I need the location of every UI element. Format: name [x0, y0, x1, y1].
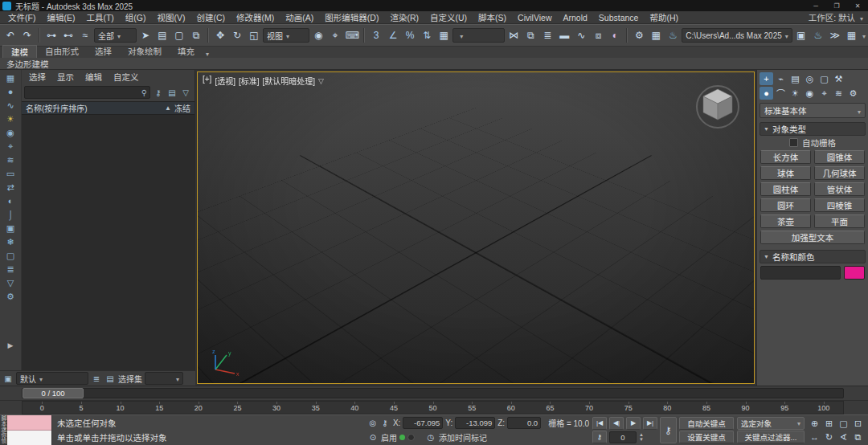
align-icon[interactable]: ⧉ [522, 27, 538, 43]
ribbon-panel-polygon-modeling[interactable]: 多边形建模 [6, 58, 49, 70]
select-rotate-icon[interactable]: ↻ [229, 27, 245, 43]
select-object-icon[interactable]: ➤ [137, 27, 154, 43]
ribbon-tab[interactable]: 填充 [170, 45, 203, 58]
pan-icon[interactable]: ↔ [808, 431, 821, 443]
viewport-menu[interactable]: [透视] [215, 75, 235, 87]
named-sets-icon[interactable]: ▦ [436, 27, 452, 43]
primitive-button[interactable]: 茶壶 [760, 214, 811, 228]
mirror-icon[interactable]: ⋈ [506, 27, 522, 43]
viewcube[interactable] [691, 77, 744, 130]
explorer-search-input[interactable]: ⚲ [24, 86, 150, 99]
window-crossing-icon[interactable]: ⧉ [188, 27, 204, 43]
expand-panel-icon[interactable]: ▶ [8, 341, 14, 349]
redo-icon[interactable]: ↷ [19, 27, 35, 43]
zoom-extents-icon[interactable]: ▢ [837, 417, 850, 430]
viewport-layout-icon[interactable]: ▦ [845, 27, 858, 43]
display-tab[interactable]: ▢ [817, 72, 831, 85]
ribbon-options-caret-icon[interactable] [203, 48, 209, 58]
previous-frame-icon[interactable]: ◀| [609, 417, 624, 430]
explorer-column-header[interactable]: 名称(按升序排序) ▲ 冻结 [22, 101, 194, 115]
explorer-menu-item[interactable]: 编辑 [80, 71, 108, 83]
ribbon-tab[interactable]: 建模 [2, 45, 37, 58]
utilities-tab[interactable]: ⚒ [832, 72, 845, 85]
create-tab[interactable]: + [760, 72, 773, 85]
explorer-preset-combo[interactable]: 默认 [16, 372, 88, 385]
primitive-button[interactable]: 管状体 [814, 182, 865, 196]
primitive-button[interactable]: 四棱锥 [814, 198, 865, 212]
primitive-button[interactable]: 圆环 [760, 198, 811, 212]
unlink-selection-icon[interactable]: ⊷ [60, 27, 76, 43]
toolbar-overflow-icon[interactable]: ≫ [827, 27, 843, 43]
display-materials-icon[interactable]: ◐ [2, 194, 18, 207]
rectangular-region-icon[interactable]: ▢ [171, 27, 187, 43]
display-shapes-icon[interactable]: ∿ [2, 99, 18, 112]
menu-item[interactable]: 渲染(R) [384, 13, 424, 22]
menu-item[interactable]: 图形编辑器(D) [319, 13, 384, 22]
set-keys-button[interactable]: ⚷ [660, 417, 677, 443]
select-scale-icon[interactable]: ◱ [246, 27, 262, 43]
maxscript-mini-listener[interactable]: 脚本迷你侦听器 [0, 415, 52, 445]
viewport-filter-icon[interactable]: ▽ [318, 77, 324, 85]
display-groups-icon[interactable]: ▭ [2, 167, 18, 180]
key-selection-combo[interactable]: 选定对象 [737, 417, 805, 430]
edit-named-sets-icon[interactable]: ▣ [2, 373, 14, 384]
enable-label[interactable]: 启用 [381, 431, 397, 443]
key-filters-button[interactable]: 关键点过滤器... [737, 431, 805, 443]
advanced-filter-icon[interactable]: ▽ [179, 86, 192, 99]
isolate-selection-icon[interactable]: ◎ [367, 418, 379, 429]
layer-manager-icon[interactable]: ≣ [539, 27, 555, 43]
display-helpers-icon[interactable]: ⌖ [2, 140, 18, 153]
asset-tracking-icon[interactable]: ▣ [793, 27, 809, 43]
select-link-icon[interactable]: ⊶ [43, 27, 59, 43]
select-by-name-icon[interactable]: ▤ [154, 27, 170, 43]
ribbon-tab[interactable]: 自由形式 [37, 45, 87, 58]
menu-item[interactable]: 编辑(E) [41, 13, 80, 22]
menu-item[interactable]: 工具(T) [80, 13, 119, 22]
workspace-selector[interactable]: 工作区: 默认 [809, 11, 868, 23]
display-geometry-icon[interactable]: ● [2, 85, 18, 98]
display-xrefs-icon[interactable]: ⇄ [2, 181, 18, 194]
helpers-icon[interactable]: ⌖ [817, 87, 831, 100]
viewport-perspective[interactable]: [+][透视][标准][默认明暗处理] ▽ x y z [197, 71, 755, 384]
hierarchy-tab[interactable]: ▤ [788, 72, 802, 85]
display-influences-icon[interactable]: ▦ [2, 71, 18, 84]
selection-filter-combo[interactable]: 全部 [94, 28, 137, 43]
geometry-icon[interactable]: ● [760, 87, 773, 100]
explorer-menu-item[interactable]: 显示 [51, 71, 80, 83]
curve-editor-icon[interactable]: ∿ [573, 27, 589, 43]
viewport-menu[interactable]: [默认明暗处理] [263, 75, 316, 87]
list-view-icon[interactable]: ≣ [91, 373, 102, 384]
snap-3d-icon[interactable]: 3 [368, 27, 384, 43]
current-frame-field[interactable]: 0 [609, 431, 637, 443]
add-time-tag[interactable]: 添加时间标记 [439, 431, 487, 443]
primitive-category-combo[interactable]: 标准基本体 [760, 103, 866, 118]
frame-spinner[interactable]: ▲▼ [639, 432, 644, 442]
close-button[interactable]: ✕ [847, 0, 868, 11]
systems-icon[interactable]: ⚙ [846, 87, 860, 100]
primitive-button[interactable]: 加强型文本 [760, 231, 865, 244]
menu-item[interactable]: CivilView [512, 13, 557, 22]
menu-item[interactable]: 脚本(S) [473, 13, 512, 22]
x-coordinate-field[interactable]: -67.095 [403, 417, 443, 429]
fov-icon[interactable]: ∢ [837, 431, 850, 443]
display-cameras-icon[interactable]: ◉ [2, 126, 18, 139]
reference-coord-combo[interactable]: 视图 [263, 28, 309, 43]
use-pivot-center-icon[interactable]: ◉ [310, 27, 326, 43]
primitive-button[interactable]: 平面 [814, 214, 865, 228]
zoom-all-icon[interactable]: ⊞ [822, 417, 836, 430]
listener-macro-line[interactable] [7, 415, 51, 431]
explorer-menu-item[interactable]: 选择 [23, 71, 51, 83]
listener-script-line[interactable] [7, 431, 51, 445]
schematic-view-icon[interactable]: ⧈ [590, 27, 606, 43]
render-production-icon[interactable]: ♨ [665, 27, 681, 43]
menu-item[interactable]: 视图(V) [152, 13, 191, 22]
cameras-icon[interactable]: ◉ [803, 87, 817, 100]
menu-item[interactable]: 文件(F) [2, 13, 41, 22]
shapes-icon[interactable]: ⌒ [774, 87, 788, 100]
lights-icon[interactable]: ☀ [788, 87, 802, 100]
viewport-menu[interactable]: [+] [203, 75, 211, 87]
primitive-button[interactable]: 圆柱体 [760, 182, 811, 196]
ribbon-tab[interactable]: 选择 [87, 45, 120, 58]
undo-icon[interactable]: ↶ [2, 27, 18, 43]
menu-item[interactable]: 自定义(U) [424, 13, 473, 22]
